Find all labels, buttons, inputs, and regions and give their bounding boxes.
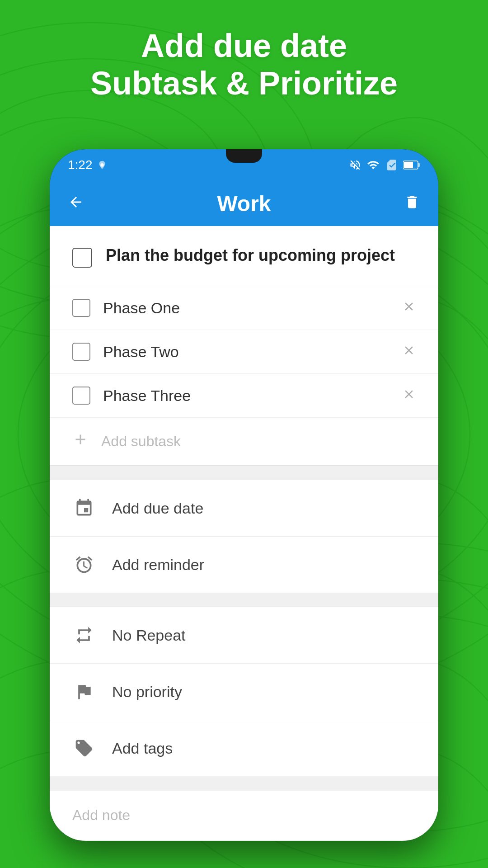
add-note-placeholder: Add note bbox=[72, 807, 416, 824]
subtask-checkbox-2[interactable] bbox=[72, 343, 90, 361]
subtask-text-2: Phase Two bbox=[103, 343, 389, 361]
main-task[interactable]: Plan the budget for upcoming project bbox=[50, 226, 438, 286]
subtask-remove-2[interactable] bbox=[402, 344, 416, 360]
main-task-checkbox[interactable] bbox=[72, 248, 92, 268]
subtask-remove-3[interactable] bbox=[402, 387, 416, 404]
main-task-text: Plan the budget for upcoming project bbox=[106, 244, 416, 267]
priority-row[interactable]: No priority bbox=[50, 664, 438, 720]
subtask-text-3: Phase Three bbox=[103, 387, 389, 405]
header-line2: Subtask & Prioritize bbox=[27, 65, 461, 102]
notch bbox=[226, 149, 262, 163]
tags-label: Add tags bbox=[112, 740, 173, 757]
action-group-1: Add due date Add reminder bbox=[50, 480, 438, 593]
battery-icon bbox=[403, 160, 420, 170]
app-bar: Work bbox=[50, 181, 438, 226]
tag-icon bbox=[72, 736, 96, 760]
status-icons bbox=[349, 159, 420, 171]
due-date-row[interactable]: Add due date bbox=[50, 480, 438, 537]
content-area: Plan the budget for upcoming project Pha… bbox=[50, 226, 438, 841]
status-time: 1:22 bbox=[68, 158, 107, 172]
page-header: Add due date Subtask & Prioritize bbox=[0, 27, 488, 102]
phone-mockup: 1:22 bbox=[50, 149, 438, 841]
location-icon bbox=[97, 160, 107, 170]
app-bar-title: Work bbox=[217, 191, 271, 216]
repeat-icon bbox=[72, 623, 96, 647]
status-bar: 1:22 bbox=[50, 149, 438, 181]
subtask-checkbox-1[interactable] bbox=[72, 299, 90, 317]
sim-icon bbox=[385, 159, 398, 171]
repeat-label: No Repeat bbox=[112, 627, 186, 644]
svg-rect-13 bbox=[418, 163, 420, 167]
subtasks-section: Phase One Phase Two Phase Thre bbox=[50, 286, 438, 466]
add-subtask-row[interactable]: Add subtask bbox=[50, 418, 438, 465]
section-divider-3 bbox=[50, 776, 438, 783]
add-subtask-icon bbox=[72, 431, 89, 452]
wifi-icon bbox=[367, 159, 380, 171]
priority-label: No priority bbox=[112, 683, 182, 701]
delete-button[interactable] bbox=[404, 192, 420, 215]
section-divider-1 bbox=[50, 466, 438, 473]
subtask-checkbox-3[interactable] bbox=[72, 387, 90, 405]
subtask-item[interactable]: Phase One bbox=[50, 286, 438, 330]
alarm-icon bbox=[72, 553, 96, 576]
tags-row[interactable]: Add tags bbox=[50, 720, 438, 776]
add-subtask-placeholder: Add subtask bbox=[101, 433, 181, 450]
silent-icon bbox=[349, 159, 361, 171]
reminder-row[interactable]: Add reminder bbox=[50, 537, 438, 593]
calendar-icon bbox=[72, 496, 96, 520]
section-divider-2 bbox=[50, 593, 438, 600]
back-button[interactable] bbox=[68, 192, 84, 215]
subtask-item[interactable]: Phase Three bbox=[50, 374, 438, 418]
action-group-2: No Repeat No priority Add tags bbox=[50, 607, 438, 776]
flag-icon bbox=[72, 680, 96, 703]
subtask-remove-1[interactable] bbox=[402, 300, 416, 316]
add-note-section[interactable]: Add note bbox=[50, 791, 438, 840]
subtask-item[interactable]: Phase Two bbox=[50, 330, 438, 374]
reminder-label: Add reminder bbox=[112, 556, 204, 574]
repeat-row[interactable]: No Repeat bbox=[50, 607, 438, 664]
subtask-text-1: Phase One bbox=[103, 299, 389, 317]
due-date-label: Add due date bbox=[112, 500, 203, 517]
header-line1: Add due date bbox=[27, 27, 461, 65]
svg-rect-14 bbox=[404, 162, 413, 168]
